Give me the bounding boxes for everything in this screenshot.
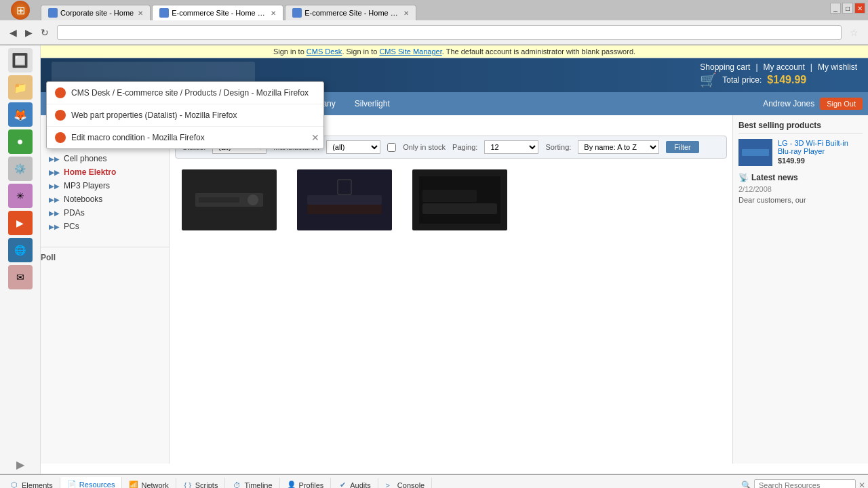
search-clear-btn[interactable]: ✕	[859, 481, 865, 489]
tab-ecommerce2[interactable]: E-commerce Site - Home P... ✕	[285, 5, 416, 20]
dropdown-label-3: Edit macro condition - Mozilla Firefox	[71, 133, 205, 142]
paging-select[interactable]: 12	[484, 140, 538, 154]
close-btn[interactable]: ✕	[854, 3, 865, 14]
product-card-3[interactable]	[406, 164, 514, 240]
side-icon-4[interactable]: ●	[8, 129, 33, 154]
side-icon-2[interactable]: 📁	[8, 75, 33, 100]
total-price: $149.99	[767, 74, 806, 86]
filter-btn[interactable]: Filter	[666, 141, 698, 153]
cart-links: Shopping cart | My account | My wishlist	[700, 62, 857, 72]
dropdown-item-3[interactable]: Edit macro condition - Mozilla Firefox ✕	[47, 127, 323, 148]
left-nav: Products ▶▶ Cameras ▶▶ Cell phones ▶▶ Ho…	[41, 115, 170, 464]
nav-arrow-mp3: ▶▶	[49, 182, 60, 190]
nav-silverlight[interactable]: Silverlight	[345, 95, 399, 113]
svg-rect-12	[742, 149, 769, 156]
tab-label-ecommerce2: E-commerce Site - Home P...	[304, 9, 399, 17]
tab-close-corporate[interactable]: ✕	[138, 9, 143, 17]
bookmark-icon[interactable]: ☆	[846, 26, 863, 39]
left-nav-notebooks[interactable]: ▶▶ Notebooks	[41, 192, 169, 206]
devtools-search-input[interactable]	[754, 479, 856, 489]
side-icon-1[interactable]: 🔲	[8, 48, 33, 73]
my-wishlist-link[interactable]: My wishlist	[818, 62, 857, 72]
tab-corporate[interactable]: Corporate site - Home ✕	[41, 5, 151, 20]
main-content: Products / Home Elektro Status: (all) Ma…	[170, 115, 732, 464]
product-card-2[interactable]	[290, 164, 399, 240]
news-title: Latest news	[751, 173, 798, 182]
left-nav-pcs[interactable]: ▶▶ PCs	[41, 220, 169, 233]
dropdown-item-1[interactable]: CMS Desk / E-commerce site / Products / …	[47, 82, 323, 104]
left-nav-pdas[interactable]: ▶▶ PDAs	[41, 206, 169, 220]
cms-desk-link[interactable]: CMS Desk	[307, 47, 342, 56]
sorting-label: Sorting:	[545, 143, 571, 151]
dropdown-close-btn[interactable]: ✕	[311, 132, 319, 143]
sign-out-btn[interactable]: Sign Out	[820, 98, 863, 110]
side-icon-8[interactable]: 🌐	[8, 238, 33, 262]
news-date: 2/12/2008	[738, 185, 863, 193]
my-account-link[interactable]: My account	[764, 62, 805, 72]
devtools-tab-profiles[interactable]: 👤 Profiles	[280, 478, 332, 489]
info-bar: Sign in to CMS Desk. Sign in to CMS Site…	[41, 45, 868, 58]
svg-rect-5	[307, 195, 382, 205]
side-icon-7[interactable]: ▶	[8, 211, 33, 235]
left-nav-mp3[interactable]: ▶▶ MP3 Players	[41, 179, 169, 192]
content-area: Products ▶▶ Cameras ▶▶ Cell phones ▶▶ Ho…	[41, 115, 868, 464]
news-text: Dear customers, our	[738, 196, 863, 204]
rss-icon: 📡	[738, 173, 749, 182]
left-nav-homeelektro[interactable]: ▶▶ Home Elektro	[41, 165, 169, 179]
featured-product-info: LG - 3D Wi-Fi Built-in Blu-ray Player $1…	[778, 139, 863, 165]
manufacturer-select[interactable]: (all)	[326, 140, 380, 154]
user-area: Andrew Jones Sign Out	[763, 98, 863, 110]
devtools-tabs: ⬡ Elements 📄 Resources 📶 Network { } Scr…	[0, 475, 868, 488]
dropdown-item-2[interactable]: Web part properties (Datalist) - Mozilla…	[47, 104, 323, 127]
side-icon-6[interactable]: ✳	[8, 184, 33, 208]
side-icon-5[interactable]: ⚙️	[8, 157, 33, 181]
expand-sidebar-btn[interactable]: ▶	[16, 458, 24, 474]
in-stock-checkbox[interactable]	[387, 143, 396, 152]
minimize-btn[interactable]: _	[830, 3, 841, 14]
sep1: |	[755, 62, 757, 72]
nav-arrow-pcs: ▶▶	[49, 223, 60, 230]
devtools-tab-scripts[interactable]: { } Scripts	[176, 478, 226, 489]
total-area: 🛒 Total price: $149.99	[700, 72, 857, 88]
devtools-tab-elements[interactable]: ⬡ Elements	[3, 478, 60, 489]
dropdown-icon-3	[55, 132, 66, 143]
svg-rect-9	[422, 203, 497, 214]
side-icon-9[interactable]: ✉	[8, 265, 33, 289]
devtools-tab-resources[interactable]: 📄 Resources	[60, 477, 123, 489]
sorting-select[interactable]: By name: A to Z	[578, 140, 659, 154]
profiles-icon: 👤	[287, 481, 296, 489]
news-section: 📡 Latest news 2/12/2008 Dear customers, …	[738, 173, 863, 204]
poll-section: Poll	[41, 247, 169, 262]
svg-rect-3	[199, 197, 239, 203]
tab-close-ecommerce1[interactable]: ✕	[271, 9, 276, 17]
forward-btn[interactable]: ▶	[21, 26, 37, 39]
address-bar[interactable]: localhost/60/products/home-elektro.aspx?…	[57, 25, 842, 40]
side-icon-3[interactable]: 🦊	[8, 102, 33, 127]
nav-arrow-homeelektro: ▶▶	[49, 169, 60, 176]
product-card-1[interactable]	[175, 164, 283, 240]
tab-icon-ecommerce2	[292, 8, 302, 18]
devtools-tab-network[interactable]: 📶 Network	[122, 478, 176, 489]
shopping-cart-link[interactable]: Shopping cart	[700, 62, 750, 72]
back-btn[interactable]: ◀	[5, 26, 21, 39]
svg-point-13	[57, 89, 64, 96]
tab-ecommerce1[interactable]: E-commerce Site - Home E... ✕	[152, 5, 283, 20]
featured-product-name[interactable]: LG - 3D Wi-Fi Built-in Blu-ray Player	[778, 139, 863, 155]
products-area	[175, 164, 727, 240]
tab-close-ecommerce2[interactable]: ✕	[403, 9, 409, 17]
search-icon: 🔍	[741, 481, 751, 489]
sidebar-icons: 🔲 📁 🦊 ● ⚙️ ✳ ▶ 🌐 ✉ ▶	[0, 45, 41, 474]
cart-icon: 🛒	[700, 72, 717, 88]
maximize-btn[interactable]: □	[842, 3, 853, 14]
tab-icon-ecommerce1	[159, 8, 169, 18]
devtools-tab-audits[interactable]: ✔ Audits	[331, 478, 378, 489]
svg-rect-10	[422, 190, 477, 202]
elements-icon: ⬡	[9, 481, 19, 489]
reload-btn[interactable]: ↻	[37, 26, 53, 39]
dropdown-overlay: CMS Desk / E-commerce site / Products / …	[46, 81, 324, 149]
devtools-tab-console[interactable]: >_ Console	[378, 478, 432, 489]
timeline-icon: ⏱	[232, 481, 241, 489]
left-nav-cellphones[interactable]: ▶▶ Cell phones	[41, 152, 169, 165]
cms-site-manager-link[interactable]: CMS Site Manager	[379, 47, 441, 56]
devtools-tab-timeline[interactable]: ⏱ Timeline	[225, 478, 279, 489]
